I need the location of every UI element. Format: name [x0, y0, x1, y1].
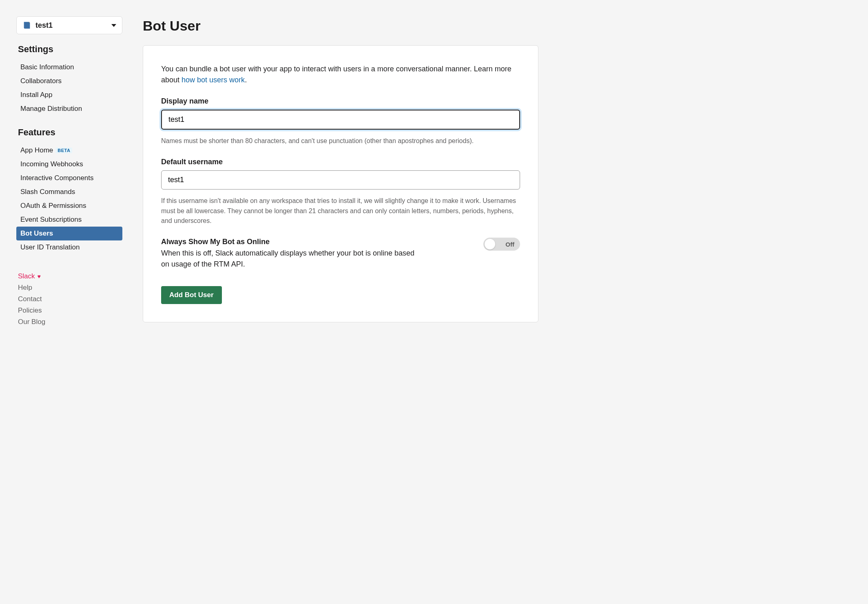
footer-slack-label: Slack [18, 272, 35, 280]
caret-down-icon [111, 24, 116, 27]
default-username-input[interactable] [161, 170, 520, 190]
always-online-desc: When this is off, Slack automatically di… [161, 248, 422, 270]
nav-install-app[interactable]: Install App [16, 88, 122, 102]
app-icon [22, 21, 31, 30]
display-name-label: Display name [161, 97, 520, 106]
nav-app-home[interactable]: App Home BETA [16, 143, 122, 157]
settings-nav: Basic Information Collaborators Install … [16, 60, 122, 116]
features-header: Features [18, 127, 122, 138]
nav-oauth-permissions[interactable]: OAuth & Permissions [16, 199, 122, 213]
nav-incoming-webhooks[interactable]: Incoming Webhooks [16, 157, 122, 171]
display-name-group: Display name Names must be shorter than … [161, 97, 520, 146]
footer-contact[interactable]: Contact [16, 293, 122, 305]
always-online-title: Always Show My Bot as Online [161, 238, 467, 246]
footer-our-blog[interactable]: Our Blog [16, 316, 122, 328]
heart-icon: ♥ [38, 273, 41, 280]
default-username-label: Default username [161, 158, 520, 166]
add-bot-user-button[interactable]: Add Bot User [161, 286, 222, 304]
app-selector-name: test1 [35, 21, 53, 30]
intro-text: You can bundle a bot user with your app … [161, 64, 520, 86]
nav-collaborators[interactable]: Collaborators [16, 74, 122, 88]
features-nav: App Home BETA Incoming Webhooks Interact… [16, 143, 122, 254]
nav-manage-distribution[interactable]: Manage Distribution [16, 102, 122, 116]
footer-slack[interactable]: Slack ♥ [16, 271, 122, 282]
always-online-row: Always Show My Bot as Online When this i… [161, 238, 520, 270]
display-name-help: Names must be shorter than 80 characters… [161, 136, 520, 146]
display-name-input[interactable] [161, 110, 520, 130]
default-username-group: Default username If this username isn't … [161, 158, 520, 226]
footer-links: Slack ♥ Help Contact Policies Our Blog [16, 271, 122, 328]
settings-header: Settings [18, 44, 122, 55]
beta-badge: BETA [55, 148, 72, 153]
sidebar: test1 Settings Basic Information Collabo… [16, 16, 122, 328]
footer-policies[interactable]: Policies [16, 305, 122, 316]
intro-link[interactable]: how bot users work [182, 76, 245, 84]
main-content: Bot User You can bundle a bot user with … [143, 16, 538, 328]
toggle-state-label: Off [505, 241, 514, 248]
nav-user-id-translation[interactable]: User ID Translation [16, 240, 122, 254]
toggle-knob [485, 239, 495, 249]
nav-slash-commands[interactable]: Slash Commands [16, 185, 122, 199]
page-title: Bot User [143, 18, 538, 34]
nav-bot-users[interactable]: Bot Users [16, 227, 122, 240]
nav-interactive-components[interactable]: Interactive Components [16, 171, 122, 185]
nav-basic-information[interactable]: Basic Information [16, 60, 122, 74]
default-username-help: If this username isn't available on any … [161, 196, 520, 226]
footer-help[interactable]: Help [16, 282, 122, 293]
always-online-toggle[interactable]: Off [483, 238, 520, 251]
bot-user-card: You can bundle a bot user with your app … [143, 45, 538, 322]
nav-event-subscriptions[interactable]: Event Subscriptions [16, 213, 122, 227]
app-selector[interactable]: test1 [16, 16, 122, 34]
intro-suffix: . [245, 76, 247, 84]
nav-item-label: App Home [20, 146, 53, 154]
